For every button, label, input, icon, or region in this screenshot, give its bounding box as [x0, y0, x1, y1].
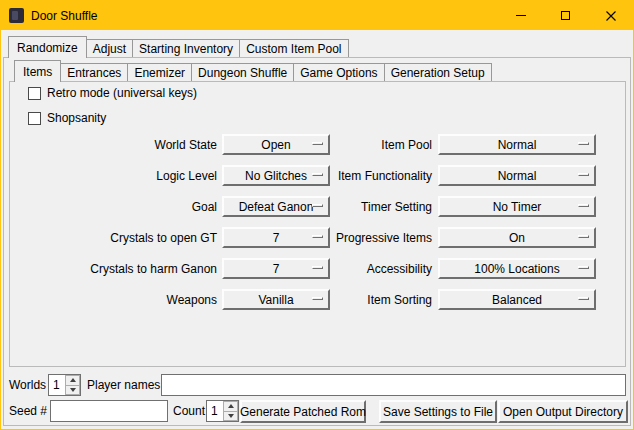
spin-up-icon — [228, 404, 234, 408]
dropdown-indicator-icon — [578, 235, 589, 238]
progressive-items-label: Progressive Items — [241, 227, 432, 248]
dropdown-value: Balanced — [492, 293, 542, 307]
tab-generation-setup[interactable]: Generation Setup — [384, 63, 492, 81]
count-spin-down-button[interactable] — [223, 412, 238, 422]
open-output-directory-button[interactable]: Open Output Directory — [498, 400, 628, 423]
dropdown-indicator-icon — [578, 204, 589, 207]
generate-patched-rom-button[interactable]: Generate Patched Rom — [240, 400, 366, 423]
count-spin-up-button[interactable] — [223, 401, 238, 412]
dropdown-value: On — [509, 231, 525, 245]
shopsanity-checkbox[interactable]: Shopsanity — [28, 110, 106, 126]
spinbox-value: 1 — [49, 375, 65, 395]
dropdown-indicator-icon — [578, 266, 589, 269]
spin-down-icon — [70, 388, 76, 392]
door-shuffle-window: Door Shuffle Randomize Adjust Starting I… — [0, 0, 634, 430]
logic-level-label: Logic Level — [21, 165, 217, 186]
minimize-button[interactable] — [498, 1, 543, 30]
item-sorting-label: Item Sorting — [241, 289, 432, 310]
seed-input[interactable] — [50, 400, 168, 422]
accessibility-label: Accessibility — [241, 258, 432, 279]
item-pool-label: Item Pool — [241, 134, 432, 155]
player-names-input[interactable] — [161, 374, 626, 396]
tab-game-options[interactable]: Game Options — [293, 63, 384, 81]
checkbox-box-icon — [28, 87, 41, 100]
timer-setting-label: Timer Setting — [241, 196, 432, 217]
dropdown-value: Normal — [498, 169, 537, 183]
dropdown-value: Normal — [498, 138, 537, 152]
item-functionality-dropdown[interactable]: Normal — [438, 165, 596, 186]
crystals-open-gt-label: Crystals to open GT — [21, 227, 217, 248]
maximize-button[interactable] — [543, 1, 588, 30]
seed-label: Seed # — [9, 400, 47, 422]
weapons-label: Weapons — [21, 289, 217, 310]
tab-items[interactable]: Items — [14, 60, 61, 82]
inner-tab-bar: Items Entrances Enemizer Dungeon Shuffle… — [14, 60, 491, 82]
app-icon — [9, 8, 24, 23]
tab-enemizer[interactable]: Enemizer — [127, 63, 192, 81]
dropdown-value: No Timer — [493, 200, 542, 214]
minimize-icon — [516, 15, 526, 16]
player-names-label: Player names — [87, 374, 160, 396]
world-state-label: World State — [21, 134, 217, 155]
item-functionality-label: Item Functionality — [241, 165, 432, 186]
spin-up-icon — [70, 378, 76, 382]
dropdown-indicator-icon — [578, 173, 589, 176]
spinbox-value: 1 — [207, 401, 223, 421]
retro-mode-checkbox[interactable]: Retro mode (universal keys) — [28, 85, 197, 101]
progressive-items-dropdown[interactable]: On — [438, 227, 596, 248]
count-label: Count — [173, 400, 205, 422]
caption-buttons — [498, 1, 633, 30]
item-sorting-dropdown[interactable]: Balanced — [438, 289, 596, 310]
count-spinbox[interactable]: 1 — [206, 400, 239, 422]
spinbox-arrows — [223, 401, 238, 421]
tab-adjust[interactable]: Adjust — [86, 39, 133, 57]
goal-label: Goal — [21, 196, 217, 217]
tab-dungeon-shuffle[interactable]: Dungeon Shuffle — [191, 63, 294, 81]
worlds-spin-up-button[interactable] — [65, 375, 80, 386]
maximize-icon — [561, 11, 570, 20]
dropdown-indicator-icon — [578, 142, 589, 145]
dropdown-value: 100% Locations — [474, 262, 559, 276]
accessibility-dropdown[interactable]: 100% Locations — [438, 258, 596, 279]
tab-entrances[interactable]: Entrances — [60, 63, 128, 81]
item-pool-dropdown[interactable]: Normal — [438, 134, 596, 155]
outer-tab-bar: Randomize Adjust Starting Inventory Cust… — [8, 36, 348, 58]
tab-randomize[interactable]: Randomize — [8, 36, 87, 58]
checkbox-box-icon — [28, 112, 41, 125]
tab-custom-item-pool[interactable]: Custom Item Pool — [239, 39, 348, 57]
spin-down-icon — [228, 414, 234, 418]
save-settings-button[interactable]: Save Settings to File — [379, 400, 497, 423]
worlds-spinbox[interactable]: 1 — [48, 374, 81, 396]
window-title: Door Shuffle — [31, 9, 98, 23]
close-button[interactable] — [588, 1, 633, 30]
dropdown-indicator-icon — [578, 297, 589, 300]
timer-setting-dropdown[interactable]: No Timer — [438, 196, 596, 217]
tab-starting-inventory[interactable]: Starting Inventory — [132, 39, 240, 57]
titlebar[interactable]: Door Shuffle — [1, 1, 633, 30]
worlds-label: Worlds — [9, 374, 46, 396]
worlds-spin-down-button[interactable] — [65, 386, 80, 396]
close-icon — [606, 11, 616, 21]
checkbox-label: Shopsanity — [47, 111, 106, 125]
spinbox-arrows — [65, 375, 80, 395]
checkbox-label: Retro mode (universal keys) — [47, 86, 197, 100]
crystals-harm-ganon-label: Crystals to harm Ganon — [21, 258, 217, 279]
